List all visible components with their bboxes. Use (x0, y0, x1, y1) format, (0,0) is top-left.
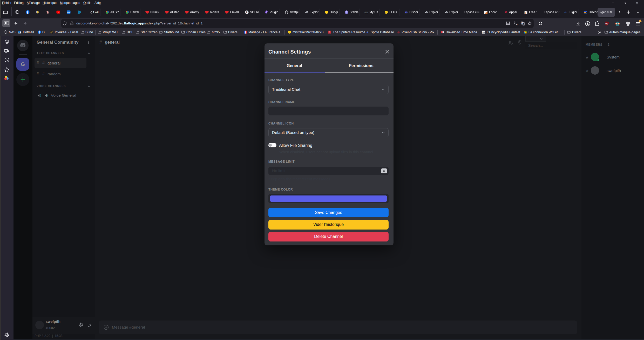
svg-text:?: ? (523, 23, 524, 25)
svg-text:EF: EF (483, 31, 485, 33)
svg-text:DSM: DSM (67, 12, 70, 13)
svg-text:adn: adn (564, 11, 567, 13)
svg-text:UO: UO (605, 23, 608, 25)
svg-text:S: S (329, 31, 330, 34)
svg-text:S: S (346, 11, 347, 14)
svg-text:SL: SL (505, 11, 507, 14)
svg-text:A: A (516, 23, 518, 26)
svg-text:P: P (246, 11, 248, 14)
svg-text:CLOUD: CLOUD (364, 11, 368, 13)
svg-text:A: A (521, 22, 523, 24)
